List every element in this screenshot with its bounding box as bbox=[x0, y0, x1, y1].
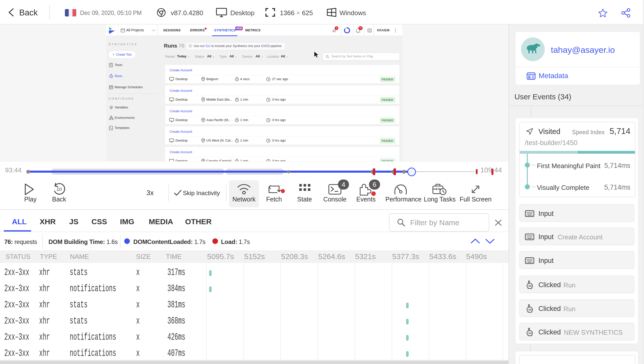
svg-text:10: 10 bbox=[56, 187, 62, 192]
